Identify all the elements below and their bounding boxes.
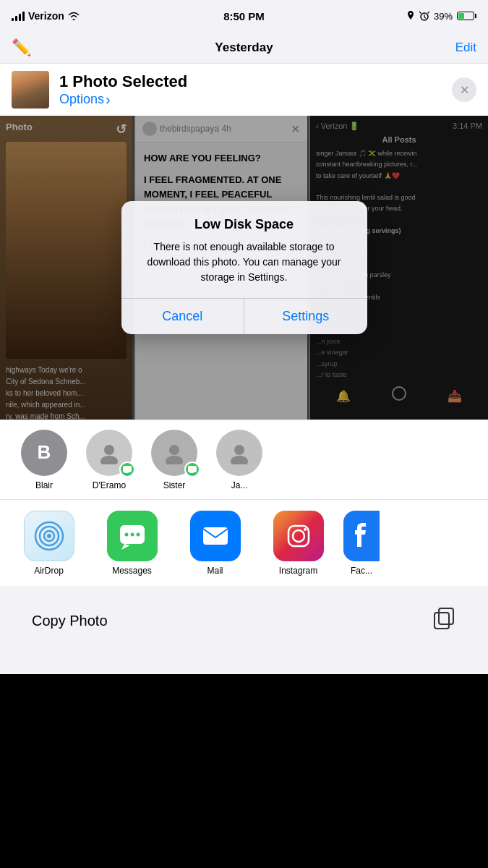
close-icon: ✕ xyxy=(460,83,469,97)
facebook-icon xyxy=(343,511,380,561)
instagram-label: Instagram xyxy=(279,566,317,576)
location-icon xyxy=(406,11,415,21)
contact-sister[interactable]: Sister xyxy=(142,430,207,490)
bottom-padding xyxy=(0,660,488,674)
contact-deramo[interactable]: D'Eramo xyxy=(77,430,142,490)
message-badge-deramo xyxy=(119,461,135,477)
copy-icon xyxy=(433,607,456,635)
svg-point-6 xyxy=(166,456,183,464)
svg-point-17 xyxy=(124,532,128,536)
alert-overlay: Low Disk Space There is not enough avail… xyxy=(0,116,488,420)
instagram-icon xyxy=(273,511,324,561)
alert-message: There is not enough available storage to… xyxy=(136,239,353,285)
app-mail[interactable]: Mail xyxy=(174,511,257,576)
svg-rect-24 xyxy=(435,613,449,629)
svg-point-19 xyxy=(136,532,140,536)
status-bar: Verizon 8:50 PM 39% xyxy=(0,0,488,32)
alert-dialog: Low Disk Space There is not enough avail… xyxy=(121,201,367,334)
alert-content: Low Disk Space There is not enough avail… xyxy=(121,201,367,298)
contact-blair[interactable]: B Blair xyxy=(12,430,77,490)
app-messages[interactable]: Messages xyxy=(90,511,174,576)
messages-icon xyxy=(107,511,158,561)
app-airdrop[interactable]: AirDrop xyxy=(7,511,90,576)
contact-name-sister: Sister xyxy=(163,480,186,490)
photo-options-button[interactable]: Options › xyxy=(59,91,442,108)
settings-button[interactable]: Settings xyxy=(244,299,367,334)
messages-label: Messages xyxy=(112,566,152,576)
app-facebook[interactable]: Fac... xyxy=(340,511,383,576)
copy-photo-bar[interactable]: Copy Photo xyxy=(17,596,471,645)
svg-point-9 xyxy=(234,445,244,455)
svg-rect-7 xyxy=(188,466,197,472)
page-title: Yesterday xyxy=(215,41,273,55)
alert-title: Low Disk Space xyxy=(136,217,353,232)
wifi-icon xyxy=(68,12,80,20)
app-instagram[interactable]: Instagram xyxy=(257,511,340,576)
svg-rect-25 xyxy=(439,608,453,624)
svg-marker-8 xyxy=(189,472,194,473)
copy-photo-section: Copy Photo xyxy=(0,586,488,660)
status-right: 39% xyxy=(406,11,476,22)
contact-name-blair: Blair xyxy=(35,480,53,490)
svg-point-22 xyxy=(293,530,304,542)
photo-count: 1 Photo Selected xyxy=(59,72,442,91)
carrier-label: Verizon xyxy=(28,10,64,22)
message-badge-sister xyxy=(184,461,200,477)
svg-marker-4 xyxy=(124,472,129,473)
back-button[interactable]: ✏️ xyxy=(12,38,31,57)
mail-label: Mail xyxy=(207,566,223,576)
alarm-icon xyxy=(419,11,429,21)
photo-info: 1 Photo Selected Options › xyxy=(59,72,442,108)
alert-buttons: Cancel Settings xyxy=(121,298,367,334)
signal-icon xyxy=(12,11,25,21)
svg-point-5 xyxy=(169,445,179,455)
contact-ja[interactable]: Ja... xyxy=(207,430,272,490)
close-button[interactable]: ✕ xyxy=(452,77,476,102)
cancel-button[interactable]: Cancel xyxy=(121,299,245,334)
mail-icon xyxy=(190,511,241,561)
copy-photo-label: Copy Photo xyxy=(32,613,108,629)
photo-preview-area: Photo ↺ highways Today we're o City of S… xyxy=(0,116,488,420)
contact-name-deramo: D'Eramo xyxy=(93,480,126,490)
photo-thumbnail xyxy=(12,71,49,109)
svg-marker-16 xyxy=(121,544,130,550)
battery-percent: 39% xyxy=(434,11,453,22)
svg-point-14 xyxy=(47,534,51,538)
contact-avatar-blair: B xyxy=(21,430,67,476)
status-time: 8:50 PM xyxy=(223,10,265,22)
svg-point-23 xyxy=(304,528,307,531)
chevron-icon: › xyxy=(106,91,111,108)
contact-name-ja: Ja... xyxy=(231,480,248,490)
options-label: Options xyxy=(59,92,104,107)
svg-point-10 xyxy=(231,456,248,464)
svg-rect-20 xyxy=(203,527,228,545)
edit-button[interactable]: Edit xyxy=(455,41,476,55)
top-navigation-bar: ✏️ Yesterday Edit xyxy=(0,32,488,64)
airdrop-label: AirDrop xyxy=(34,566,64,576)
facebook-label: Fac... xyxy=(351,566,372,576)
battery-icon xyxy=(457,12,476,20)
svg-point-18 xyxy=(130,532,134,536)
svg-point-1 xyxy=(104,445,114,455)
photo-select-bar: 1 Photo Selected Options › ✕ xyxy=(0,64,488,116)
airdrop-icon xyxy=(24,511,74,561)
share-contacts-row: B Blair D'Eramo Sister Ja xyxy=(0,420,488,499)
svg-point-2 xyxy=(100,456,118,464)
app-icons-row: AirDrop Messages Mail xyxy=(0,499,488,586)
contact-avatar-ja xyxy=(216,430,262,476)
svg-rect-3 xyxy=(123,466,132,472)
status-left: Verizon xyxy=(12,10,80,22)
